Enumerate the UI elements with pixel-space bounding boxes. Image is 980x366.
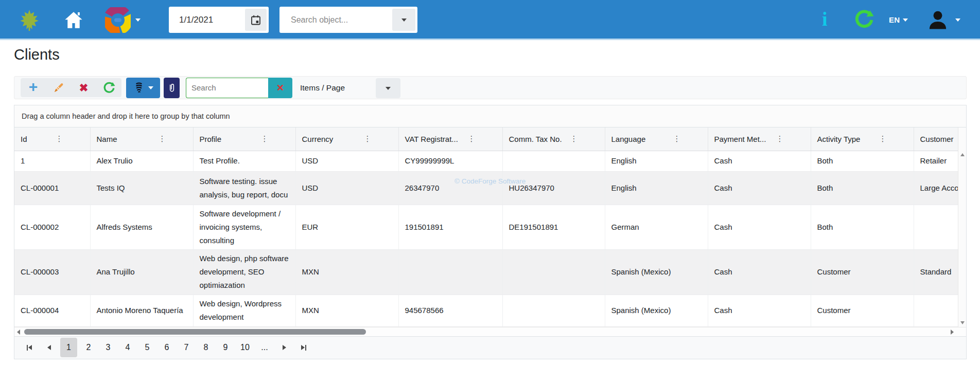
table-cell[interactable]: Cash — [708, 205, 811, 249]
column-menu-icon[interactable]: ⋮ — [468, 134, 476, 143]
column-menu-icon[interactable]: ⋮ — [261, 134, 269, 143]
table-row[interactable]: CL-000003Ana TrujilloWeb design, php sof… — [14, 249, 958, 295]
table-cell[interactable] — [502, 295, 605, 326]
table-cell[interactable]: MXN — [295, 249, 398, 295]
page-button-5[interactable]: 5 — [137, 338, 157, 357]
attachments-button[interactable] — [164, 78, 180, 98]
column-menu-icon[interactable]: ⋮ — [879, 134, 887, 143]
table-cell[interactable]: German — [605, 205, 708, 249]
scroll-left-icon[interactable] — [17, 330, 20, 335]
table-cell[interactable]: Both — [811, 171, 914, 205]
object-search-caret-button[interactable] — [392, 9, 415, 31]
table-cell[interactable]: MXN — [295, 295, 398, 326]
refresh-page-button[interactable] — [853, 9, 875, 30]
table-cell[interactable]: Customer — [811, 295, 914, 326]
info-button[interactable]: i — [822, 9, 828, 29]
page-button-7[interactable]: 7 — [177, 338, 196, 357]
page-button-6[interactable]: 6 — [157, 338, 177, 357]
dashboard-menu-button[interactable] — [105, 7, 141, 33]
scroll-down-icon[interactable] — [960, 321, 965, 324]
table-cell[interactable]: Ana Trujillo — [90, 249, 193, 295]
page-button-3[interactable]: 3 — [98, 338, 118, 357]
table-cell[interactable]: CL-000002 — [14, 205, 90, 249]
table-cell[interactable] — [398, 249, 502, 295]
page-button-9[interactable]: 9 — [216, 338, 235, 357]
refresh-grid-button[interactable] — [96, 78, 121, 97]
table-cell[interactable]: Standard — [914, 249, 958, 295]
table-cell[interactable]: Alex Trulio — [90, 151, 193, 171]
column-header-currency[interactable]: Currency⋮ — [295, 127, 398, 151]
page-button-4[interactable]: 4 — [118, 338, 137, 357]
table-cell[interactable]: USD — [295, 151, 398, 171]
table-cell[interactable] — [502, 151, 605, 171]
page-button-2[interactable]: 2 — [79, 338, 98, 357]
table-cell[interactable]: CL-000003 — [14, 249, 90, 295]
scroll-up-icon[interactable] — [960, 153, 965, 156]
column-menu-icon[interactable]: ⋮ — [570, 134, 578, 143]
table-cell[interactable]: Spanish (Mexico) — [605, 249, 708, 295]
column-menu-icon[interactable]: ⋮ — [776, 134, 784, 143]
edit-button[interactable] — [46, 78, 71, 97]
vertical-scrollbar[interactable] — [958, 127, 966, 327]
date-input[interactable] — [169, 15, 240, 25]
language-selector[interactable]: EN — [889, 15, 908, 24]
table-cell[interactable]: Customer — [811, 249, 914, 295]
horizontal-scrollbar[interactable] — [14, 327, 966, 336]
table-cell[interactable]: CL-000004 — [14, 295, 90, 326]
page-button-10[interactable]: 10 — [235, 338, 255, 357]
table-cell[interactable]: English — [605, 151, 708, 171]
table-cell[interactable] — [502, 249, 605, 295]
delete-button[interactable]: ✖ — [71, 78, 96, 97]
table-cell[interactable]: Spanish (Mexico) — [605, 295, 708, 326]
table-cell[interactable]: 191501891 — [398, 205, 502, 249]
table-row[interactable]: CL-000002Alfreds SystemsSoftware develop… — [14, 205, 958, 249]
table-cell[interactable]: Cash — [708, 151, 811, 171]
table-cell[interactable]: Software testing. issue analysis, bug re… — [193, 171, 295, 205]
table-cell[interactable]: CY99999999L — [398, 151, 502, 171]
table-row[interactable]: CL-000004Antonio Moreno TaqueríaWeb desi… — [14, 295, 958, 326]
column-header-customer[interactable]: Customer⋮ — [914, 127, 958, 151]
table-cell[interactable]: Software development / invoicing systems… — [193, 205, 295, 249]
table-cell[interactable]: 1 — [14, 151, 90, 171]
table-cell[interactable]: DE191501891 — [502, 205, 605, 249]
add-button[interactable]: + — [21, 78, 46, 97]
table-cell[interactable]: Tests IQ — [90, 171, 193, 205]
app-logo-leaf-icon[interactable] — [18, 8, 41, 32]
object-search-dropdown[interactable]: Search object... — [279, 7, 417, 33]
more-pages-button[interactable]: ... — [255, 338, 274, 357]
table-row[interactable]: CL-000001Tests IQSoftware testing. issue… — [14, 171, 958, 205]
last-page-button[interactable] — [294, 338, 313, 357]
table-cell[interactable]: Large Account — [914, 171, 958, 205]
column-menu-icon[interactable]: ⋮ — [364, 134, 372, 143]
previous-page-button[interactable] — [39, 338, 59, 357]
group-drop-area[interactable]: Drag a column header and drop it here to… — [14, 105, 966, 127]
scroll-right-icon[interactable] — [951, 330, 954, 335]
table-cell[interactable]: CL-000001 — [14, 171, 90, 205]
column-header-id[interactable]: Id⋮ — [14, 127, 90, 151]
calendar-button[interactable] — [245, 9, 267, 31]
table-cell[interactable]: 26347970 — [398, 171, 502, 205]
table-cell[interactable]: Both — [811, 205, 914, 249]
table-row[interactable]: 1Alex TrulioTest Profile.USDCY99999999LE… — [14, 151, 958, 171]
horizontal-scroll-thumb[interactable] — [24, 329, 366, 335]
energy-actions-dropdown-button[interactable] — [126, 78, 160, 98]
items-per-page-dropdown[interactable] — [376, 78, 400, 98]
column-header-vat-registrat[interactable]: VAT Registrat...⋮ — [398, 127, 502, 151]
column-header-activity-type[interactable]: Activity Type⋮ — [811, 127, 914, 151]
grid-search-input[interactable] — [186, 78, 268, 98]
table-cell[interactable]: USD — [295, 171, 398, 205]
column-menu-icon[interactable]: ⋮ — [159, 134, 166, 143]
table-cell[interactable] — [914, 205, 958, 249]
column-header-comm-tax-no[interactable]: Comm. Tax No.⋮ — [502, 127, 605, 151]
table-cell[interactable] — [914, 295, 958, 326]
page-button-8[interactable]: 8 — [196, 338, 216, 357]
table-cell[interactable]: Cash — [708, 249, 811, 295]
user-menu-button[interactable] — [926, 9, 960, 31]
table-cell[interactable]: Web design, php software development, SE… — [193, 249, 295, 295]
table-cell[interactable]: Alfreds Systems — [90, 205, 193, 249]
table-cell[interactable]: Retailer — [914, 151, 958, 171]
table-cell[interactable]: Antonio Moreno Taquería — [90, 295, 193, 326]
table-cell[interactable]: Cash — [708, 171, 811, 205]
column-menu-icon[interactable]: ⋮ — [673, 134, 681, 143]
column-header-payment-met[interactable]: Payment Met...⋮ — [708, 127, 811, 151]
